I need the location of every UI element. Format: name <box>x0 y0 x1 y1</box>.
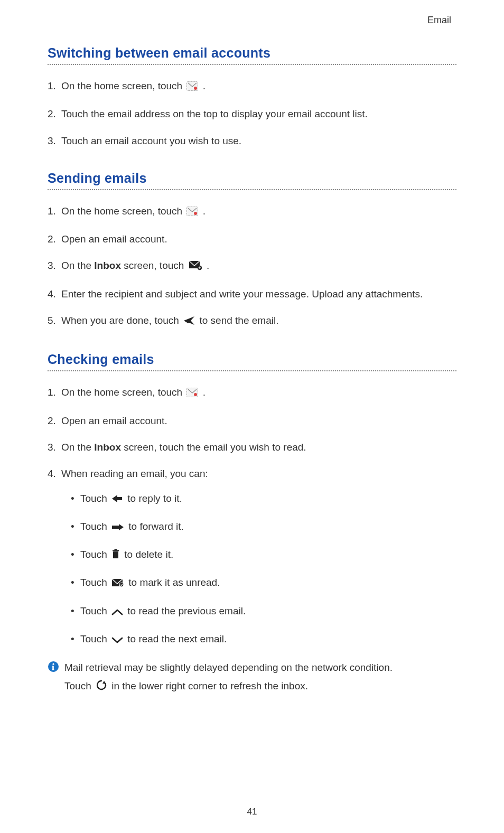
refresh-icon <box>96 679 107 697</box>
sub-item: Touch to delete it. <box>71 546 456 565</box>
document-page: Email Switching between email accounts O… <box>0 0 504 833</box>
steps-switching: On the home screen, touch . Touch the em… <box>48 78 456 149</box>
svg-point-21 <box>52 663 54 665</box>
step-item: Enter the recipient and subject and writ… <box>48 286 456 303</box>
email-app-icon <box>186 386 198 403</box>
page-number: 41 <box>0 807 504 817</box>
sub-item: Touch to mark it as unread. <box>71 574 456 593</box>
page-header-category: Email <box>427 15 451 26</box>
section-title-checking: Checking emails <box>48 352 456 367</box>
svg-rect-13 <box>112 526 119 529</box>
step-item: Touch an email account you wish to use. <box>48 133 456 149</box>
step-item: Open an email account. <box>48 413 456 429</box>
sub-item: Touch to read the previous email. <box>71 603 456 621</box>
note-line: Mail retrieval may be slightly delayed d… <box>64 662 393 673</box>
note-line: in the lower right corner to refresh the… <box>111 680 308 691</box>
step-text: On the home screen, touch <box>61 387 185 398</box>
steps-checking: On the home screen, touch . Open an emai… <box>48 384 456 649</box>
svg-rect-15 <box>113 551 118 558</box>
sub-item: Touch to reply to it. <box>71 490 456 509</box>
email-app-icon <box>186 79 198 96</box>
info-icon <box>48 660 59 678</box>
sub-text: to delete it. <box>124 549 173 560</box>
sub-text: Touch <box>80 493 110 504</box>
step-text: . <box>207 260 209 271</box>
inbox-label: Inbox <box>94 442 121 453</box>
send-icon <box>183 314 195 331</box>
sub-text: Touch <box>80 549 110 560</box>
svg-point-11 <box>194 393 197 396</box>
sub-text: Touch <box>80 633 110 644</box>
step-text: . <box>203 80 206 91</box>
step-item: On the home screen, touch . <box>48 203 456 221</box>
note-block: Mail retrieval may be slightly delayed d… <box>48 659 456 696</box>
step-item: When you are done, touch to send the ema… <box>48 312 456 331</box>
step-item: When reading an email, you can: Touch to… <box>48 465 456 649</box>
step-text: screen, touch <box>124 260 186 271</box>
mark-unread-icon <box>111 576 124 593</box>
sub-text: Touch <box>80 605 110 616</box>
divider <box>48 189 456 190</box>
reply-icon <box>111 492 123 509</box>
sub-text: Touch <box>80 521 110 532</box>
sub-text: to forward it. <box>128 521 184 532</box>
sub-text: to mark it as unread. <box>128 577 220 588</box>
step-text: On the <box>61 442 94 453</box>
note-line: Touch <box>64 680 94 691</box>
svg-point-3 <box>194 212 197 215</box>
svg-marker-12 <box>112 495 122 502</box>
step-item: On the Inbox screen, touch . <box>48 257 456 276</box>
step-text: On the home screen, touch <box>61 205 185 217</box>
step-text: When reading an email, you can: <box>61 468 208 479</box>
step-item: Open an email account. <box>48 231 456 248</box>
sub-text: Touch <box>80 577 110 588</box>
chevron-up-icon <box>111 604 123 621</box>
step-item: On the Inbox screen, touch the email you… <box>48 439 456 456</box>
step-item: On the home screen, touch . <box>48 78 456 96</box>
page-content: Switching between email accounts On the … <box>48 45 456 697</box>
step-text: On the <box>61 260 94 271</box>
svg-point-1 <box>194 87 197 90</box>
sub-actions-list: Touch to reply to it. Touch <box>71 490 456 650</box>
steps-sending: On the home screen, touch . Open an emai… <box>48 203 456 331</box>
inbox-label: Inbox <box>94 260 121 271</box>
email-app-icon <box>186 204 198 221</box>
step-text: to send the email. <box>199 315 278 326</box>
svg-rect-16 <box>113 550 119 551</box>
chevron-down-icon <box>111 632 123 649</box>
step-item: On the home screen, touch . <box>48 384 456 403</box>
delete-icon <box>111 548 120 565</box>
sub-text: to read the next email. <box>127 633 227 644</box>
forward-icon <box>111 520 124 537</box>
sub-item: Touch to forward it. <box>71 518 456 537</box>
section-title-switching: Switching between email accounts <box>48 45 456 61</box>
step-item: Touch the email address on the top to di… <box>48 106 456 123</box>
svg-marker-22 <box>102 681 106 684</box>
step-text: When you are done, touch <box>61 315 182 326</box>
step-text: . <box>203 387 206 398</box>
step-text: On the home screen, touch <box>61 80 185 91</box>
compose-icon <box>189 259 202 276</box>
divider <box>48 370 456 371</box>
sub-text: to read the previous email. <box>127 605 246 616</box>
step-text: . <box>203 205 206 217</box>
section-title-sending: Sending emails <box>48 171 456 186</box>
note-text: Mail retrieval may be slightly delayed d… <box>64 659 456 696</box>
svg-marker-14 <box>119 524 124 530</box>
sub-text: to reply to it. <box>127 493 182 504</box>
svg-rect-17 <box>114 549 117 550</box>
divider <box>48 64 456 65</box>
sub-item: Touch to read the next email. <box>71 631 456 649</box>
step-text: screen, touch the email you wish to read… <box>124 442 306 453</box>
